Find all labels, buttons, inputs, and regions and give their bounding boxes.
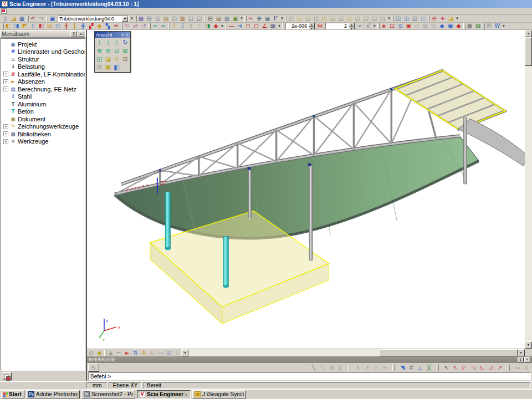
project-combobox[interactable]: Tribünenverkleidung04.0 ▼: [58, 16, 129, 22]
toolbar-button[interactable]: ◲: [195, 15, 203, 22]
toolbar-button[interactable]: ◧: [37, 23, 45, 30]
text-parameters-button[interactable]: A: [140, 349, 148, 357]
tree-item-struktur[interactable]: ⌂ Struktur: [3, 55, 85, 63]
precision-spinner[interactable]: 2e-006 ▴▾: [285, 23, 315, 29]
chevron-down-icon[interactable]: ▾: [120, 33, 125, 37]
tree-expander-icon[interactable]: [3, 42, 8, 47]
tree-expander-icon[interactable]: [3, 49, 8, 54]
snap-button[interactable]: ∧: [354, 364, 362, 372]
toolbar-button[interactable]: ◰: [354, 15, 362, 22]
zoom-selection-button[interactable]: ◱: [95, 55, 104, 63]
selection-cursor-button[interactable]: ↖: [88, 364, 99, 372]
tree-expander-icon[interactable]: [3, 94, 8, 99]
open-button[interactable]: ◪: [9, 15, 18, 22]
layers-button[interactable]: ▯: [173, 349, 181, 357]
snap-button[interactable]: ↗: [495, 364, 504, 372]
new-button[interactable]: ▯: [1, 15, 9, 22]
toolbar-button[interactable]: ◰: [320, 15, 329, 22]
toolbar-grip[interactable]: [433, 364, 442, 372]
tree-item-linienraster[interactable]: # Linienraster und Geschosse: [3, 48, 85, 56]
view-direction-y-button[interactable]: ⊥: [104, 38, 112, 47]
toolbar-button[interactable]: ◆: [438, 23, 446, 30]
view-direction-z-button[interactable]: ⊥: [112, 38, 121, 47]
tree-item-lastfaelle[interactable]: + ⇵ Lastfälle, LF-Kombinationen: [3, 70, 85, 78]
close-icon[interactable]: ×: [524, 357, 530, 362]
graphics-viewport[interactable]: z x Y Ansicht ▾ × ⊥⊥⊥↻⊕⊖⊡⊠◱◪☼⊟⊠▣◧: [86, 30, 532, 356]
clipping-box-button[interactable]: ◪: [104, 55, 112, 63]
toolbar-button[interactable]: ◨: [12, 23, 21, 30]
toolbar-button[interactable]: ◳: [312, 15, 320, 22]
snap-button[interactable]: ↖: [451, 364, 460, 372]
snap-button[interactable]: ╳: [424, 364, 433, 372]
tree-item-berechnung[interactable]: + ▤ Berechnung, FE-Netz: [3, 85, 85, 93]
vertical-scrollbar-thumb[interactable]: [525, 37, 532, 66]
tree-expander-icon[interactable]: +: [3, 124, 8, 129]
toolbar-button[interactable]: ▯: [29, 23, 37, 30]
snap-button[interactable]: ▭: [513, 364, 522, 372]
print-button[interactable]: ⊟: [206, 15, 214, 22]
spinner-arrows[interactable]: ▴▾: [349, 23, 355, 29]
toolbar-button[interactable]: ▦: [466, 23, 474, 30]
toolbar-button[interactable]: ↺: [140, 23, 148, 30]
toolbar-button[interactable]: W: [485, 23, 493, 30]
print-view-button[interactable]: ⊟: [121, 55, 130, 63]
toolbar-button[interactable]: ╂: [62, 23, 70, 30]
count-spinner[interactable]: 2 ▴▾: [325, 23, 355, 29]
save-button[interactable]: ▦: [18, 15, 26, 22]
project-window-button[interactable]: ▣: [48, 15, 57, 22]
close-icon[interactable]: ×: [125, 33, 129, 37]
toolbar-button[interactable]: ▤: [214, 15, 223, 22]
scroll-up-icon[interactable]: ▴: [525, 30, 532, 37]
toolbar-button[interactable]: ▤: [45, 23, 54, 30]
toolbar-button[interactable]: ⇉: [236, 23, 244, 30]
toolbar-button[interactable]: ✈: [438, 15, 447, 22]
vertical-scrollbar[interactable]: ▴ ▾: [525, 30, 532, 349]
toolbar-button[interactable]: I²: [272, 15, 280, 22]
wireframe-button[interactable]: ◇: [87, 349, 95, 357]
tree-item-zeichnungswerkzeuge[interactable]: + ✎ Zeichnungswerkzeuge: [3, 123, 85, 131]
snap-button[interactable]: ◺: [478, 364, 487, 372]
toolbar-button[interactable]: W: [493, 23, 502, 30]
pin-icon[interactable]: ↧: [70, 31, 77, 37]
toolbar-button[interactable]: ◳: [378, 15, 387, 22]
cursor-snap-button[interactable]: ◥: [398, 364, 407, 372]
tree-item-projekt[interactable]: ▣ Projekt: [3, 40, 85, 48]
toolbar-button[interactable]: ▨: [474, 23, 482, 30]
toolbar-button[interactable]: ◱: [295, 15, 304, 22]
copy-view-button[interactable]: ⊠: [95, 63, 104, 71]
tree-item-bibliotheken[interactable]: + ▦ Bibliotheken: [3, 130, 85, 138]
toolbar-overflow[interactable]: ▾: [372, 23, 377, 30]
undo-button[interactable]: ↶: [29, 15, 37, 22]
toolbar-button[interactable]: ○: [252, 23, 260, 30]
tree-expander-icon[interactable]: +: [3, 131, 8, 136]
toolbar-button[interactable]: ◳: [345, 15, 354, 22]
show-supports-button[interactable]: ▲: [106, 349, 115, 357]
steel-column-right[interactable]: [464, 117, 467, 183]
zoom-in-button[interactable]: ⊕: [95, 47, 104, 55]
toolbar-button[interactable]: ◫: [394, 15, 402, 22]
toolbar-button[interactable]: ◲: [304, 15, 312, 22]
toolbar-button[interactable]: ∞: [151, 23, 159, 30]
toolbar-button[interactable]: ⊕: [255, 15, 263, 22]
toolbar-button[interactable]: ◱: [362, 15, 370, 22]
toolbar-button[interactable]: ◆: [454, 23, 463, 30]
steel-column-mid[interactable]: [309, 165, 313, 259]
horizontal-scrollbar[interactable]: [188, 349, 518, 356]
tree-item-belastung[interactable]: ⇓ Belastung: [3, 63, 85, 71]
tree-item-werkzeuge[interactable]: + × Werkzeuge: [3, 138, 85, 146]
toolbar-button[interactable]: ◪: [447, 15, 455, 22]
toolbar-button[interactable]: ⊟: [145, 15, 154, 22]
results-button[interactable]: ▭: [156, 349, 165, 357]
tree-expander-icon[interactable]: +: [3, 71, 8, 76]
rendered-button[interactable]: ◆: [95, 349, 104, 357]
toolbar-button[interactable]: ◫: [154, 15, 162, 22]
zoom-out-button[interactable]: ⊖: [104, 47, 112, 55]
pin-icon[interactable]: ↧: [518, 357, 524, 362]
toolbar-button[interactable]: ◆: [95, 23, 104, 30]
tree-item-stahl[interactable]: I Stahl: [3, 93, 85, 101]
toolbar-button[interactable]: ▣: [263, 15, 272, 22]
toolbar-button[interactable]: —: [227, 23, 236, 30]
snap-button[interactable]: ◹: [469, 364, 478, 372]
tree-expander-icon[interactable]: [3, 101, 8, 106]
toolbar-overflow[interactable]: ▾: [280, 15, 284, 22]
